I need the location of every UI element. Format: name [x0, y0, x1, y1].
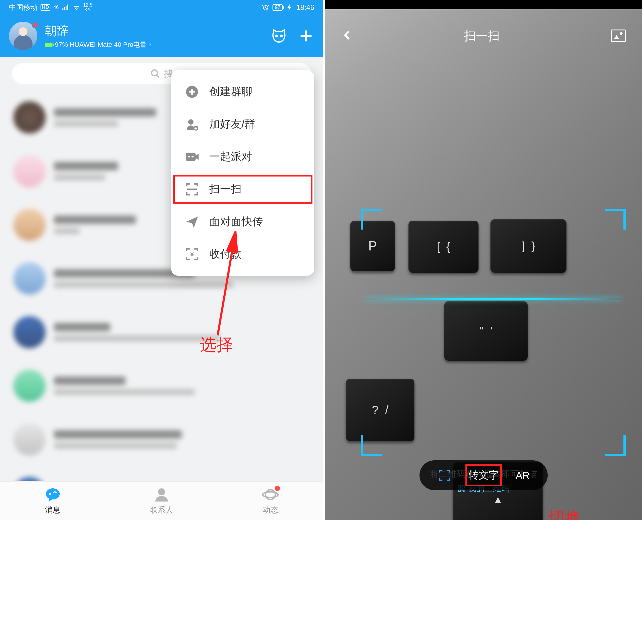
mode-scan-qr[interactable]	[430, 469, 459, 482]
device-battery-status[interactable]: 97% HUAWEI Mate 40 Pro电量 ›	[45, 40, 263, 49]
hd-badge: HD	[41, 4, 50, 11]
mode-to-text[interactable]: 转文字	[468, 468, 499, 482]
battery-icon	[45, 43, 52, 47]
add-friend-icon	[185, 117, 199, 131]
alarm-icon	[262, 4, 270, 11]
scan-frame-corner	[361, 209, 382, 230]
netspeed: 12.5 K/s	[83, 3, 92, 12]
feed-notification-dot	[275, 486, 280, 491]
svg-point-5	[188, 119, 193, 125]
tab-messages[interactable]: 消息	[44, 486, 61, 515]
bottom-tabbar: 消息 联系人 动态	[0, 481, 323, 520]
mode-ar[interactable]: AR	[508, 470, 538, 481]
menu-payment[interactable]: ¥ 收付款	[171, 238, 314, 270]
plus-circle-icon	[185, 85, 199, 99]
svg-rect-19	[463, 491, 464, 492]
carrier-label: 中国移动	[9, 3, 38, 12]
svg-point-12	[158, 488, 165, 495]
scan-icon	[185, 182, 199, 196]
paper-plane-icon	[185, 215, 199, 229]
scan-header: 扫一扫	[325, 24, 642, 48]
svg-point-2	[281, 35, 282, 37]
scan-title: 扫一扫	[464, 28, 500, 44]
party-icon	[185, 150, 199, 164]
network-type: 46	[53, 5, 59, 10]
cat-avatar-icon[interactable]	[271, 28, 287, 44]
charging-icon	[286, 4, 293, 11]
svg-point-10	[46, 488, 60, 499]
scan-line	[365, 298, 621, 300]
menu-scan[interactable]: 扫一扫	[171, 173, 314, 205]
tab-feed[interactable]: 动态	[262, 486, 279, 515]
scan-frame-corner	[605, 209, 626, 230]
menu-party[interactable]: 一起派对	[171, 140, 314, 173]
search-icon	[150, 69, 160, 79]
battery-pct: 97	[273, 4, 283, 11]
gallery-button[interactable]	[611, 30, 626, 42]
menu-create-group[interactable]: 创建群聊	[171, 75, 314, 108]
svg-point-3	[151, 70, 157, 76]
svg-text:¥: ¥	[190, 251, 194, 258]
svg-point-11	[49, 493, 51, 495]
user-name: 朝辞	[45, 23, 263, 39]
back-button[interactable]	[341, 30, 353, 42]
scan-frame-corner	[605, 435, 626, 456]
menu-add-friend[interactable]: 加好友/群	[171, 108, 314, 140]
blank-area	[0, 520, 644, 644]
scan-mode-switcher: 转文字 AR	[419, 460, 548, 490]
app-header: 朝辞 97% HUAWEI Mate 40 Pro电量 ›	[0, 15, 323, 57]
scan-frame-corner	[361, 435, 382, 456]
qq-messages-screen: 中国移动 HD 46 12.5 K/s 97 18:46 朝辞 97% H	[0, 0, 325, 520]
clock: 18:46	[296, 3, 314, 12]
status-bar: 中国移动 HD 46 12.5 K/s 97 18:46	[0, 0, 323, 15]
tab-contacts[interactable]: 联系人	[150, 486, 173, 515]
avatar-notification-dot	[32, 22, 38, 28]
svg-point-1	[276, 35, 278, 37]
wifi-icon	[72, 4, 80, 11]
payment-icon: ¥	[185, 247, 199, 261]
svg-rect-7	[186, 153, 196, 161]
signal-icon	[62, 4, 69, 11]
plus-dropdown-menu: 创建群聊 加好友/群 一起派对 扫一扫 面对面快传 ¥ 收付款	[171, 70, 314, 276]
qq-scan-screen: P [ { ] } " ' ? / ▲ ◀ ▼ ▶ 扫一扫 将二维码放入框内即可…	[325, 0, 642, 520]
menu-face-transfer[interactable]: 面对面快传	[171, 205, 314, 238]
plus-menu-button[interactable]	[298, 28, 314, 44]
